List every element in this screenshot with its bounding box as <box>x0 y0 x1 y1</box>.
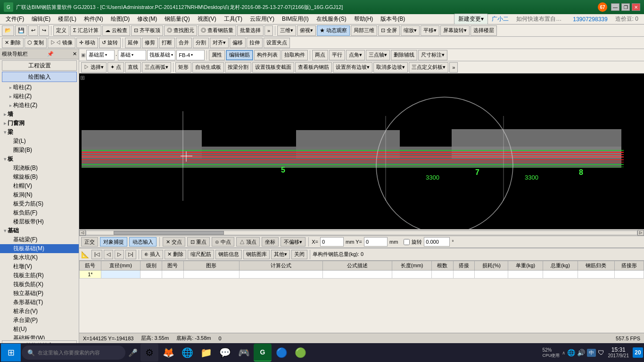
rotate-checkbox[interactable] <box>404 239 410 245</box>
tree-item-spiral-slab[interactable]: 螺旋板(B) <box>0 173 79 181</box>
cad-canvas[interactable]: 5 7 8 3300 3300 ⊞ <box>79 74 644 229</box>
horizontal-scrollbar[interactable]: ◁ ▷ <box>79 229 644 236</box>
point-angle-button[interactable]: 点角▾ <box>346 50 365 60</box>
pick-element-button[interactable]: 抬取构件 <box>281 50 308 60</box>
more-button[interactable]: » <box>264 25 273 36</box>
cloud-check-button[interactable]: ☁ 云检查 <box>102 25 130 36</box>
jiazhi-dou[interactable]: 造价豆: 0 <box>611 14 642 24</box>
rect-button[interactable]: 矩形 <box>175 62 191 73</box>
rebar-delete-btn[interactable]: ✕ 删除 <box>165 250 186 259</box>
arc-button[interactable]: 三点画弧▾ <box>142 62 171 73</box>
taskbar-icon-app2[interactable]: 🦊 <box>159 344 177 362</box>
tree-item-slab-neg[interactable]: 板负筋(F) <box>0 208 79 217</box>
taskbar-icon-app7[interactable]: 🔵 <box>272 344 290 362</box>
rebar-lib-btn[interactable]: 钢筋图库 <box>243 250 270 259</box>
close-button[interactable]: ✕ <box>632 3 640 11</box>
intersect-button[interactable]: ✕ 交点 <box>163 237 185 247</box>
rebar-other-btn[interactable]: 其他▾ <box>271 250 290 259</box>
break-button[interactable]: 打断 <box>159 38 175 48</box>
calculate-button[interactable]: Σ 汇总计算 <box>70 25 101 36</box>
ortho-button[interactable]: 正交 <box>81 237 98 247</box>
object-snap-button[interactable]: 对象捕捉 <box>100 237 127 247</box>
scroll-thumb[interactable] <box>114 231 224 235</box>
more-btn2[interactable]: » <box>449 62 458 73</box>
tree-item-end-col[interactable]: ▸ 端柱(Z) <box>0 92 79 101</box>
rebar-insert-btn[interactable]: ⊕ 插入 <box>141 250 163 259</box>
taskbar-icon-app5[interactable]: 💬 <box>216 344 234 362</box>
edit-rebar-button[interactable]: 编辑钢筋 <box>226 50 253 60</box>
menu-view[interactable]: 视图(V) <box>194 14 220 24</box>
taskbar-icon-app8[interactable]: 🟢 <box>291 344 309 362</box>
tree-item-col-cap[interactable]: 柱帽(V) <box>0 181 79 190</box>
merge-button[interactable]: 合并 <box>176 38 192 48</box>
tree-item-slab-band[interactable]: 楼层板带(H) <box>0 217 79 226</box>
minimize-button[interactable]: — <box>611 3 619 11</box>
menu-version[interactable]: 版本号(B) <box>377 14 409 24</box>
tree-item-cap-beam[interactable]: 承台梁(P) <box>0 316 79 325</box>
menu-floor[interactable]: 楼层(L) <box>54 14 80 24</box>
trim-button[interactable]: 修剪 <box>142 38 158 48</box>
align-button[interactable]: 对齐▾ <box>210 38 229 48</box>
tree-item-iso-found[interactable]: 独立基础(P) <box>0 289 79 298</box>
tree-item-strip-found[interactable]: 条形基础(T) <box>0 298 79 307</box>
rebar-prev-btn[interactable]: ◁ <box>104 250 113 259</box>
floor-dropdown[interactable]: 基础 ▾ <box>118 50 146 60</box>
element-dropdown[interactable]: FB-4 ▾ <box>176 50 205 60</box>
tree-group-opening[interactable]: ▸ 门窗洞 <box>0 119 79 128</box>
nav-panel-pin[interactable]: 📌 <box>47 51 54 57</box>
top-view-button[interactable]: 俯视▾ <box>297 25 316 36</box>
y-input[interactable] <box>364 237 388 247</box>
set-all-slope-button[interactable]: 设置所有边坡▾ <box>333 62 372 73</box>
3d-button[interactable]: 三维▾ <box>277 25 296 36</box>
restore-button[interactable]: ❐ <box>621 3 630 11</box>
dynamic-view-button[interactable]: ★ 动态观察 <box>317 25 350 36</box>
tree-item-found-band[interactable]: 基础板带(W) <box>0 334 79 339</box>
type-dropdown[interactable]: 筏板基础 ▾ <box>147 50 175 60</box>
menu-help[interactable]: 帮助(H) <box>350 14 377 24</box>
menu-tools[interactable]: 工具(T) <box>220 14 246 24</box>
tb-open[interactable]: 📂 <box>2 25 14 36</box>
pan-button[interactable]: 平移▾ <box>421 25 439 36</box>
taskbar-icon-app1[interactable]: ⚙ <box>140 344 158 362</box>
endpoint-button[interactable]: ⊡ 重点 <box>187 237 210 247</box>
move-button[interactable]: ✛ 移动 <box>76 38 98 48</box>
menu-element[interactable]: 构件(N) <box>80 14 107 24</box>
tb-save[interactable]: 💾 <box>15 25 27 36</box>
find-element-button[interactable]: ◎ 查找图元 <box>164 25 197 36</box>
scroll-left-btn[interactable]: ◁ <box>79 230 86 236</box>
taskbar-icon-app6[interactable]: 🎮 <box>235 344 253 362</box>
properties-button[interactable]: 属性 <box>209 50 225 60</box>
dynamic-input-button[interactable]: 动态输入 <box>129 237 157 247</box>
auto-gen-slab-button[interactable]: 自动生成板 <box>192 62 224 73</box>
taskbar-icon-ggj[interactable]: G <box>254 344 272 362</box>
select-floor-button[interactable]: 选择楼层 <box>471 25 497 36</box>
rebar-last-btn[interactable]: ▷| <box>125 250 136 259</box>
new-change-button[interactable]: 新建变更▾ <box>454 14 488 25</box>
tree-item-col-base[interactable]: 柱墩(V) <box>0 262 79 271</box>
menu-online[interactable]: 在线服务(S) <box>313 14 350 24</box>
menu-bim[interactable]: BIM应用(I) <box>278 14 313 24</box>
table-row[interactable]: 1* <box>80 271 644 279</box>
define-button[interactable]: 定义 <box>53 25 69 36</box>
start-button[interactable]: ⊞ <box>1 344 21 362</box>
menu-modify[interactable]: 修改(M) <box>133 14 161 24</box>
x-input[interactable] <box>320 237 344 247</box>
tree-item-cast-slab[interactable]: 现浇板(B) <box>0 164 79 173</box>
tree-group-slab[interactable]: ▾ 板 <box>0 155 79 164</box>
tree-item-dark-col[interactable]: ▸ 暗柱(Z) <box>0 83 79 92</box>
zoom-button[interactable]: 缩放▾ <box>401 25 420 36</box>
batch-select-button[interactable]: 批量选择 <box>237 25 264 36</box>
menu-edit[interactable]: 编辑(E) <box>28 14 54 24</box>
element-list-button[interactable]: 构件列表 <box>254 50 281 60</box>
menu-file[interactable]: 文件(F) <box>2 14 28 24</box>
tree-group-beam[interactable]: ▾ 梁 <box>0 128 79 137</box>
rebar-scale-btn[interactable]: 缩尺配筋 <box>188 250 214 259</box>
quick-config[interactable]: 如何快速布置自定义范... <box>512 14 569 24</box>
tree-item-raft-main[interactable]: 筏板主筋(R) <box>0 271 79 280</box>
grip-button[interactable]: 设置夹点 <box>264 38 290 48</box>
ime-indicator[interactable]: 中 <box>587 349 596 357</box>
delete-button[interactable]: ✕ 删除 <box>2 38 24 48</box>
midpoint-button[interactable]: ⊙ 中点 <box>212 237 234 247</box>
split-by-beam-button[interactable]: 按梁分割 <box>225 62 251 73</box>
rotate-input[interactable] <box>424 237 450 247</box>
